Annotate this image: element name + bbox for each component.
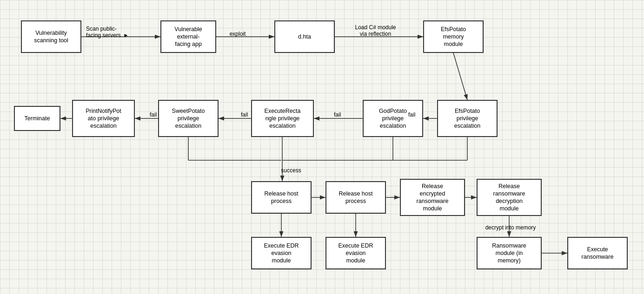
node-sweet-priv: SweetPotato privilege escalation	[158, 100, 219, 137]
label-fail-efs: fail	[408, 111, 415, 118]
node-exec-rect: ExecuteRecta ngle privilege escalation	[251, 100, 314, 137]
label-decrypt: decrypt into memory	[473, 224, 548, 231]
label-exploit: exploit	[221, 31, 254, 37]
node-terminate: Terminate	[14, 106, 60, 131]
node-ransomware-mem: Ransomware module (in memory)	[477, 237, 542, 269]
node-dhta: d.hta	[274, 20, 335, 53]
label-load-cs: Load C# modulevia reflection	[342, 24, 409, 37]
node-exec-edr1: Execute EDR evasion module	[251, 237, 312, 269]
node-vuln-app: Vulnerable external- facing app	[160, 20, 216, 53]
label-fail-sweet: fail	[150, 111, 157, 118]
label-fail-exec: fail	[241, 111, 248, 118]
node-exec-edr2: Execute EDR evasion module	[325, 237, 386, 269]
label-scan-servers: Scan public-facing servers ►	[86, 26, 151, 39]
node-release-dec: Release ransomware decryption module	[477, 179, 542, 216]
node-vuln-tool: Vulnerability scanning tool	[21, 20, 81, 53]
node-release-enc: Release encrypted ransomware module	[400, 179, 465, 216]
diagram-container: Vulnerability scanning tool Vulnerable e…	[0, 0, 644, 294]
node-release-host2: Release host process	[325, 181, 386, 214]
node-release-host1: Release host process	[251, 181, 312, 214]
label-success: success	[272, 167, 310, 174]
node-efs-mem: EfsPotato memory module	[423, 20, 484, 53]
label-fail-god: fail	[334, 111, 341, 118]
node-efs-priv: EfsPotato privilege escalation	[437, 100, 498, 137]
svg-line-4	[453, 53, 467, 100]
node-god-priv: GodPotato privilege escalation	[363, 100, 423, 137]
node-print-priv: PrintNotifyPot ato privilege escalation	[72, 100, 135, 137]
node-exec-ransomware: Execute ransomware	[567, 237, 628, 269]
